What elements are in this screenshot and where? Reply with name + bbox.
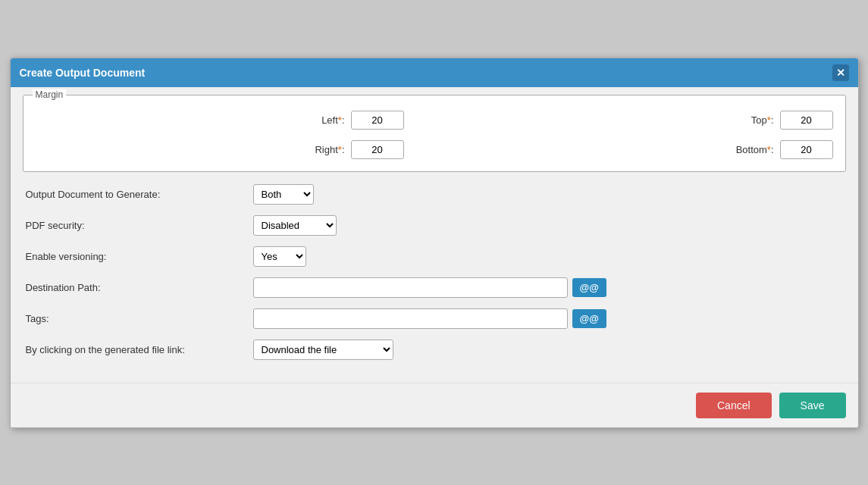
margin-bottom-row: Bottom*:: [465, 140, 833, 159]
form-section: Output Document to Generate: Both PDF Wo…: [23, 184, 846, 360]
output-doc-label: Output Document to Generate:: [26, 189, 253, 200]
destination-path-row: Destination Path: @@: [26, 277, 843, 298]
file-link-select[interactable]: Download the file Open the file Open in …: [253, 340, 393, 360]
margin-grid: Left*: Top*: Right*:: [36, 103, 833, 159]
output-doc-row: Output Document to Generate: Both PDF Wo…: [26, 184, 843, 205]
right-input[interactable]: [351, 140, 404, 159]
margin-fieldset: Margin Left*: Top*:: [23, 95, 846, 172]
left-input[interactable]: [351, 111, 404, 130]
enable-versioning-row: Enable versioning: Yes No: [26, 246, 843, 267]
destination-path-label: Destination Path:: [26, 282, 253, 293]
dialog-title: Create Output Document: [20, 67, 146, 79]
output-doc-select[interactable]: Both PDF Word: [253, 184, 314, 205]
bottom-label: Bottom*:: [729, 144, 774, 155]
left-label: Left*:: [299, 114, 345, 126]
margin-right-row: Right*:: [36, 140, 404, 159]
cancel-button[interactable]: Cancel: [696, 393, 772, 418]
tags-at-button[interactable]: @@: [572, 309, 606, 328]
bottom-input[interactable]: [780, 140, 833, 159]
dialog-footer: Cancel Save: [11, 383, 858, 427]
tags-row: Tags: @@: [26, 308, 843, 329]
tags-input[interactable]: [253, 308, 568, 329]
tags-label: Tags:: [26, 313, 253, 324]
file-link-row: By clicking on the generated file link: …: [26, 340, 843, 360]
destination-path-at-button[interactable]: @@: [572, 278, 606, 297]
top-input[interactable]: [780, 111, 833, 130]
margin-legend: Margin: [33, 89, 67, 100]
pdf-security-select[interactable]: Disabled Enabled: [253, 215, 337, 236]
dialog-body: Margin Left*: Top*:: [11, 87, 858, 383]
save-button[interactable]: Save: [779, 393, 846, 418]
right-label: Right*:: [299, 144, 345, 155]
margin-left-row: Left*:: [36, 111, 404, 130]
margin-top-row: Top*:: [465, 111, 833, 130]
close-button[interactable]: ✕: [832, 64, 849, 81]
pdf-security-row: PDF security: Disabled Enabled: [26, 215, 843, 236]
enable-versioning-select[interactable]: Yes No: [253, 246, 306, 267]
dialog-header: Create Output Document ✕: [11, 58, 858, 87]
enable-versioning-label: Enable versioning:: [26, 251, 253, 262]
create-output-dialog: Create Output Document ✕ Margin Left*: T…: [10, 58, 859, 428]
pdf-security-label: PDF security:: [26, 220, 253, 231]
file-link-label: By clicking on the generated file link:: [26, 344, 253, 355]
top-label: Top*:: [729, 114, 774, 126]
destination-path-input[interactable]: [253, 277, 568, 298]
